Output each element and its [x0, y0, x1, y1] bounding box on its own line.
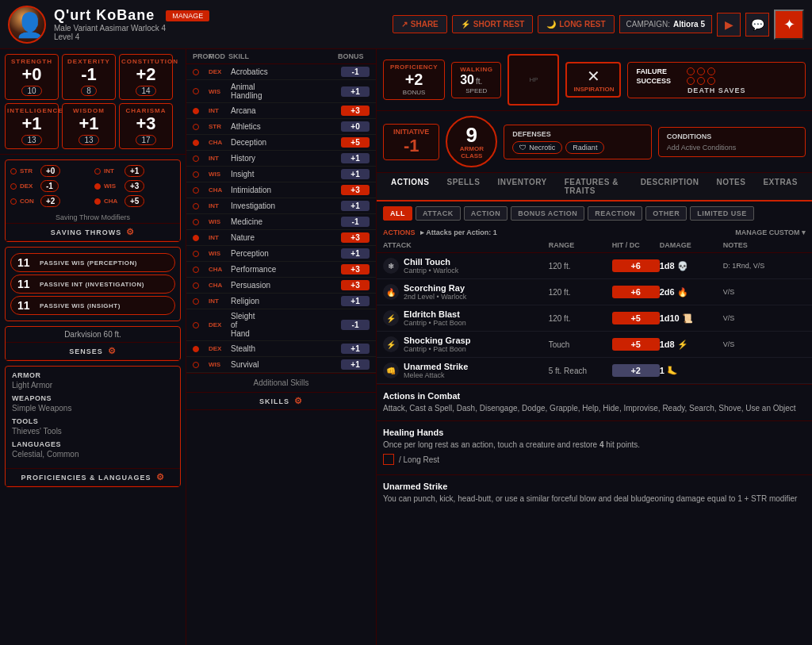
skill-bonus: +3	[341, 232, 370, 243]
long-rest-button[interactable]: 🌙 LONG REST	[538, 15, 614, 33]
skill-bonus: +3	[341, 280, 370, 290]
success-circle-1[interactable]	[687, 77, 695, 85]
ability-wisdom[interactable]: WISDOM +1 13	[62, 103, 116, 149]
attack-damage: 2d6 🔥	[660, 287, 723, 298]
char-info: Q'urt KoBane MANAGE Male Variant Aasimar…	[54, 7, 385, 41]
manage-button[interactable]: MANAGE	[166, 10, 209, 21]
save-dex[interactable]: DEX -1	[10, 180, 91, 192]
skill-bonus: +3	[341, 185, 370, 195]
tab-description[interactable]: DESCRIPTION	[633, 173, 707, 202]
skill-row[interactable]: DEX Stealth +1	[186, 341, 376, 357]
skill-name: Investigation	[231, 202, 256, 210]
wisdom-modifier: +1	[64, 114, 113, 133]
inspiration-box[interactable]: ✕ INSPIRATION	[565, 62, 621, 98]
attack-notes: V/S	[723, 314, 806, 322]
skill-row[interactable]: INT Religion +1	[186, 294, 376, 309]
filter-all[interactable]: ALL	[383, 206, 412, 221]
tab-features[interactable]: FEATURES & TRAITS	[557, 173, 631, 202]
fail-circle-3[interactable]	[707, 67, 715, 75]
char-name: Q'urt KoBane	[54, 7, 155, 24]
logo-button[interactable]: ✦	[774, 10, 804, 40]
skill-row[interactable]: WIS Animal Handling +1	[186, 80, 376, 103]
skill-bonus: -1	[341, 67, 370, 77]
fail-circle-2[interactable]	[697, 67, 705, 75]
skill-row[interactable]: WIS Perception +1	[186, 246, 376, 262]
ability-dexterity[interactable]: DEXTERITY -1 8	[62, 54, 116, 100]
skill-row[interactable]: INT History +1	[186, 151, 376, 167]
ability-constitution[interactable]: CONSTITUTION +2 14	[119, 54, 173, 100]
table-row[interactable]: ⚡ Eldritch Blast Cantrip • Pact Boon 120…	[377, 305, 812, 332]
attack-sub: Melee Attack	[404, 371, 468, 379]
filter-other[interactable]: OTHER	[645, 206, 687, 221]
short-rest-button[interactable]: ⚡ SHORT REST	[452, 15, 533, 33]
passive-perception[interactable]: 11 PASSIVE WIS (PERCEPTION)	[10, 253, 175, 272]
skill-bonus: -1	[341, 320, 370, 330]
passive-insight[interactable]: 11 PASSIVE WIS (INSIGHT)	[10, 296, 175, 315]
table-row[interactable]: ❄ Chill Touch Cantrip • Warlock 120 ft. …	[377, 253, 812, 279]
defense-radiant: Radiant	[565, 141, 604, 154]
skills-gear-icon[interactable]: ⚙	[294, 396, 303, 406]
tab-inventory[interactable]: INVENTORY	[489, 173, 554, 202]
rest-checkbox[interactable]	[383, 454, 394, 465]
char-subtitle: Male Variant Aasimar Warlock 4	[54, 24, 385, 33]
feature-combat: Actions in Combat Attack, Cast a Spell, …	[377, 384, 812, 420]
constitution-modifier: +2	[121, 65, 170, 84]
skill-prof-dot	[193, 267, 199, 273]
ability-strength[interactable]: STRENGTH +0 10	[5, 54, 59, 100]
save-wis[interactable]: WIS +3	[94, 180, 175, 192]
hp-box[interactable]: HP	[508, 54, 559, 106]
ability-charisma[interactable]: CHARISMA +3 17	[119, 103, 173, 149]
skill-row[interactable]: WIS Survival +1	[186, 357, 376, 373]
passive-investigation[interactable]: 11 PASSIVE INT (INVESTIGATION)	[10, 275, 175, 294]
skill-row[interactable]: WIS Insight +1	[186, 167, 376, 182]
skill-ability: WIS	[209, 171, 231, 178]
skill-row[interactable]: INT Nature +3	[186, 230, 376, 246]
skill-ability: WIS	[209, 88, 231, 95]
armor-class-box[interactable]: 9 ARMOR CLASS	[446, 116, 497, 167]
attack-sub: Cantrip • Pact Boon	[404, 319, 466, 327]
table-row[interactable]: 🔥 Scorching Ray 2nd Level • Warlock 120 …	[377, 279, 812, 305]
ability-intelligence[interactable]: INTELLIGENCE +1 13	[5, 103, 59, 149]
play-button[interactable]: ▶	[717, 13, 741, 36]
tab-actions[interactable]: ACTIONS	[383, 173, 438, 202]
skill-row[interactable]: CHA Persuasion +3	[186, 278, 376, 294]
save-con[interactable]: CON +2	[10, 195, 91, 207]
skill-row[interactable]: DEX Acrobatics -1	[186, 64, 376, 80]
tab-extras[interactable]: EXTRAS	[755, 173, 806, 202]
initiative-box[interactable]: INITIATIVE -1	[383, 124, 439, 160]
table-row[interactable]: ⚡ Shocking Grasp Cantrip • Pact Boon Tou…	[377, 332, 812, 358]
filter-reaction[interactable]: REACTION	[588, 206, 642, 221]
filter-bonus-action[interactable]: BONUS ACTION	[511, 206, 584, 221]
share-button[interactable]: ↗ SHARE	[393, 15, 447, 33]
tab-spells[interactable]: SPELLS	[439, 173, 488, 202]
filter-action[interactable]: ACTION	[464, 206, 508, 221]
skill-row[interactable]: CHA Intimidation +3	[186, 182, 376, 198]
save-cha[interactable]: CHA +5	[94, 195, 175, 207]
attack-type-icon: ⚡	[383, 336, 399, 352]
skill-row[interactable]: DEX Sleight of Hand -1	[186, 309, 376, 341]
skill-row[interactable]: CHA Deception +5	[186, 135, 376, 151]
table-row[interactable]: 👊 Unarmed Strike Melee Attack 5 ft. Reac…	[377, 358, 812, 384]
skill-row[interactable]: INT Arcana +3	[186, 103, 376, 119]
manage-custom-button[interactable]: MANAGE CUSTOM ▾	[735, 228, 806, 236]
skill-row[interactable]: STR Athletics +0	[186, 119, 376, 135]
filter-attack[interactable]: ATTACK	[416, 206, 461, 221]
fail-circle-1[interactable]	[687, 67, 695, 75]
skill-prof-dot	[193, 298, 199, 305]
saves-gear-icon[interactable]: ⚙	[126, 227, 135, 237]
senses-gear-icon[interactable]: ⚙	[108, 346, 117, 356]
skill-row[interactable]: WIS Medicine -1	[186, 214, 376, 230]
skill-row[interactable]: CHA Performance +3	[186, 262, 376, 278]
save-str[interactable]: STR +0	[10, 165, 91, 177]
success-circle-3[interactable]	[707, 77, 715, 85]
success-circle-2[interactable]	[697, 77, 705, 85]
filter-limited-use[interactable]: LIMITED USE	[690, 206, 754, 221]
save-int[interactable]: INT +1	[94, 165, 175, 177]
prof-gear-icon[interactable]: ⚙	[156, 472, 165, 482]
chat-button[interactable]: 💬	[745, 13, 769, 36]
skill-row[interactable]: INT Investigation +1	[186, 198, 376, 214]
tab-notes[interactable]: NOTES	[708, 173, 753, 202]
skill-prof-dot	[193, 124, 199, 130]
skill-prof-dot	[193, 155, 199, 162]
add-conditions-button[interactable]: Add Active Conditions	[667, 144, 797, 152]
